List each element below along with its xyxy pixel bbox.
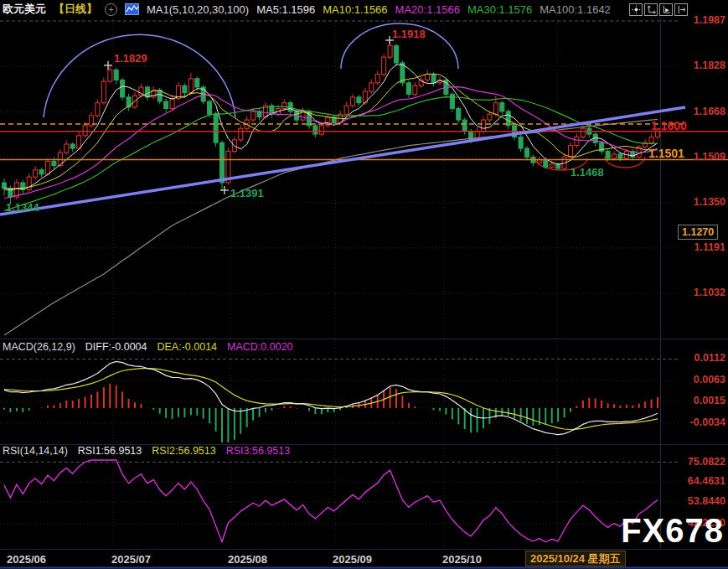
crosshair-move-icon[interactable] xyxy=(629,3,643,16)
crosshair-price-readout: 1.1270 xyxy=(678,225,718,240)
rsi-axis-label: 53.8440 xyxy=(688,495,725,508)
price-annotation: 1.1829 xyxy=(114,53,147,65)
price-annotation: 1.1918 xyxy=(392,28,426,40)
axis-pointer-icon[interactable] xyxy=(659,3,673,16)
time-axis-label: 2025/08 xyxy=(228,553,267,566)
current-date-readout: 2025/10/24 星期五 xyxy=(525,551,626,566)
macd-header: MACD(26,12,9) DIFF:-0.0004 DEA:-0.0014 M… xyxy=(3,341,293,353)
price-axis-label: 1.1668 xyxy=(694,106,725,118)
price-axis-label: 1.1828 xyxy=(694,59,725,72)
time-axis-label: 2025/07 xyxy=(111,553,151,566)
price-axis-label: 1.1350 xyxy=(694,196,725,209)
macd-axis-label: 0.0112 xyxy=(694,352,725,365)
ma30-value: MA30:1.1576 xyxy=(467,3,532,16)
rsi2-value: RSI2:56.9513 xyxy=(152,445,215,457)
ma100-value: MA100:1.1642 xyxy=(540,3,611,16)
time-axis-label: 2025/09 xyxy=(333,553,372,566)
period-selector[interactable]: 【日线】 xyxy=(54,2,97,17)
ma5-value: MA5:1.1596 xyxy=(256,3,315,16)
ma20-value: MA20:1.1566 xyxy=(395,3,460,16)
toolbar: 欧元美元 【日线】 + MA1(5,10,20,30,100) MA5:1.15… xyxy=(0,0,728,18)
rsi-axis-label: 75.0822 xyxy=(688,456,725,468)
ma-settings-label[interactable]: MA1(5,10,20,30,100) xyxy=(147,3,249,16)
price-axis-label: 1.1191 xyxy=(694,241,725,254)
chart-app-window: 欧元美元 【日线】 + MA1(5,10,20,30,100) MA5:1.15… xyxy=(0,0,728,569)
price-annotation: 1.1391 xyxy=(230,188,264,199)
price-axis-label: 1.1509 xyxy=(694,151,725,163)
pan-right-icon[interactable] xyxy=(674,3,688,16)
macd-dea-value: DEA:-0.0014 xyxy=(157,341,217,353)
symbol-name[interactable]: 欧元美元 xyxy=(3,2,46,17)
rsi1-value: RSI1:56.9513 xyxy=(78,445,142,457)
macd-diff-value: DIFF:-0.0004 xyxy=(85,341,147,353)
time-axis-label: 2025/06 xyxy=(7,553,46,566)
macd-axis-label: -0.0034 xyxy=(690,416,725,429)
macd-axis-label: 0.0063 xyxy=(694,374,725,386)
rsi-title: RSI(14,14,14) xyxy=(3,445,68,457)
axis-scale-icon[interactable] xyxy=(644,3,658,16)
macd-macd-value: MACD:0.0020 xyxy=(227,341,293,353)
rsi-axis-label: 64.4631 xyxy=(688,475,725,488)
price-tag-orange: 1.1501 xyxy=(648,147,684,159)
time-axis-label: 2025/10 xyxy=(442,553,482,566)
price-tag-red: 1.1600 xyxy=(651,120,687,132)
macd-axis-label: 0.0015 xyxy=(694,395,725,407)
rsi3-value: RSI3:56.9513 xyxy=(226,445,290,457)
fx678-watermark: FX678 xyxy=(621,512,724,550)
price-annotation: 1.1344 xyxy=(6,202,39,214)
price-annotation: 1.1468 xyxy=(571,167,604,178)
toolbar-icon-group xyxy=(629,3,688,16)
ma10-value: MA10:1.1566 xyxy=(323,3,387,16)
chart-canvas[interactable] xyxy=(0,0,728,569)
mini-chart-icon[interactable] xyxy=(125,3,139,15)
rsi-header: RSI(14,14,14) RSI1:56.9513 RSI2:56.9513 … xyxy=(3,445,290,457)
add-compare-icon[interactable]: + xyxy=(105,3,117,16)
price-axis-label: 1.1032 xyxy=(694,287,725,299)
macd-title: MACD(26,12,9) xyxy=(3,341,75,353)
